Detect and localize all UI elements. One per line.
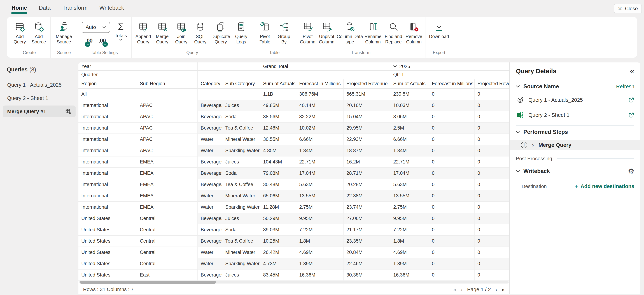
table-cell[interactable]: East [137,270,198,281]
table-cell[interactable]: Beverages [198,236,222,247]
table-cell[interactable]: 5.63M [296,179,344,190]
column-header-projected-revenue[interactable]: Projected Revenue [344,79,390,89]
table-cell[interactable]: 22.38M [344,190,390,202]
table-cell[interactable]: Soda [222,111,260,122]
table-cell[interactable]: 0 [474,100,510,111]
table-cell[interactable]: Beverages [198,179,222,190]
table-cell[interactable]: 1.8M [390,236,429,247]
table-cell[interactable]: APAC [137,134,198,145]
column-header-forecast[interactable]: Forecast in Millions [296,79,344,89]
table-cell[interactable]: 0 [474,168,510,179]
column-data-type-button[interactable]: Column Data type [336,22,363,44]
table-cell[interactable]: 28.71M [344,168,390,179]
open-external-icon[interactable] [628,112,634,118]
year-2025-header-cell[interactable]: 2025 [390,62,510,71]
table-cell[interactable]: 239.5M [390,89,429,100]
pivot-column-button[interactable]: Pivot Column [298,22,317,44]
grand-total-header-cell[interactable]: Grand Total [260,62,390,71]
table-cell[interactable]: 30.55M [260,134,296,145]
table-cell[interactable]: 50.29M [260,213,296,224]
table-cell[interactable]: 0 [429,122,474,134]
table-cell[interactable]: Central [137,213,198,224]
table-row[interactable]: InternationalAPACBeveragesSoda38.56M32.2… [78,111,510,122]
table-cell[interactable]: 0 [474,236,510,247]
table-cell[interactable]: 0 [474,247,510,258]
table-row[interactable]: InternationalAPACBeveragesJuices49.85M40… [78,100,510,111]
table-row[interactable]: InternationalEMEABeveragesTea & Coffee30… [78,179,510,190]
table-cell[interactable]: 39.03M [260,224,296,236]
year-header-cell[interactable]: Year [78,62,137,71]
table-cell[interactable]: 32.22M [296,111,344,122]
table-cell[interactable]: 0 [474,111,510,122]
table-cell[interactable]: 17.04M [390,168,429,179]
writeback-section[interactable]: Writeback ⚙ [516,168,634,175]
table-row[interactable]: United StatesCentralBeveragesJuices50.29… [78,213,510,224]
table-cell[interactable]: Juices [222,270,260,281]
column-header-sub-category[interactable]: Sub Category [222,79,260,89]
table-cell[interactable]: EMEA [137,179,198,190]
table-cell[interactable]: 665.31M [344,89,390,100]
table-cell[interactable]: Beverages [198,111,222,122]
source-item-1[interactable]: Query 1 - Actuals_2025 [516,95,634,105]
table-cell[interactable]: 0 [429,100,474,111]
table-cell[interactable]: 0 [429,156,474,168]
quarter-header-cell[interactable]: Quarter [78,71,137,79]
table-cell[interactable]: United States [78,247,137,258]
find-and-replace-button[interactable]: Find and Replace [383,22,404,44]
tab-data[interactable]: Data [39,5,50,14]
table-cell[interactable]: 20.84M [344,247,390,258]
table-cell[interactable]: 0 [474,156,510,168]
table-cell[interactable]: 1.34M [296,145,344,156]
table-cell[interactable]: 22.46M [344,258,390,270]
table-cell[interactable]: 11.28M [260,202,296,213]
table-cell[interactable]: 7.22M [296,224,344,236]
table-cell[interactable]: EMEA [137,202,198,213]
table-cell[interactable]: 7.22M [390,224,429,236]
table-cell[interactable]: Sparkling Water [222,145,260,156]
column-header-projected-revenue-q1[interactable]: Projected Revenue [474,79,510,89]
table-cell[interactable]: International [78,179,137,190]
table-row[interactable]: All1.1B306.76M665.31M239.5M00 [78,89,510,100]
table-cell[interactable]: 306.76M [296,89,344,100]
table-cell[interactable]: Water [198,145,222,156]
table-cell[interactable]: 4.85M [260,145,296,156]
table-cell[interactable]: Soda [222,168,260,179]
table-row[interactable]: InternationalEMEAWaterSparkling Water11.… [78,202,510,213]
table-cell[interactable]: 40.14M [296,100,344,111]
auto-dropdown[interactable]: Auto [82,22,110,33]
duplicate-query-button[interactable]: Duplicate Query [210,22,231,44]
table-cell[interactable]: 9.95M [390,213,429,224]
add-new-destinations-button[interactable]: + Add new destinations [575,183,634,190]
table-cell[interactable]: Tea & Coffee [222,236,260,247]
table-row[interactable]: InternationalEMEAWaterMineral Water65.06… [78,190,510,202]
table-cell[interactable]: 23.74M [344,202,390,213]
table-row[interactable]: InternationalAPACBeveragesTea & Coffee12… [78,122,510,134]
table-row[interactable]: United StatesCentralBeveragesSoda39.03M7… [78,224,510,236]
merge-query-button[interactable]: Merge Query [153,22,172,44]
table-cell[interactable]: 21.17M [344,224,390,236]
join-query-button[interactable]: Join Query [172,22,190,44]
table-cell[interactable]: 38.56M [260,111,296,122]
rename-column-button[interactable]: Rename Column [364,22,382,44]
table-cell[interactable]: 16.36M [296,270,344,281]
table-cell[interactable]: Beverages [198,168,222,179]
table-cell[interactable]: 26.42M [260,247,296,258]
table-cell[interactable]: 0 [474,89,510,100]
table-cell[interactable]: 0 [429,247,474,258]
table-cell[interactable]: 6.66M [390,134,429,145]
table-cell[interactable]: Mineral Water [222,134,260,145]
table-row[interactable]: InternationalEMEABeveragesJuices104.43M2… [78,156,510,168]
table-cell[interactable]: 0 [429,258,474,270]
table-cell[interactable]: Beverages [198,122,222,134]
column-header-forecast-q1[interactable]: Forecast in Millions [429,79,474,89]
table-cell[interactable]: 0 [474,270,510,281]
pivot-table-button[interactable]: Pivot Table [256,22,274,44]
table-cell[interactable]: APAC [137,122,198,134]
table-cell[interactable]: 10.03M [390,100,429,111]
tab-transform[interactable]: Transform [62,5,88,14]
table-cell[interactable]: 0 [429,111,474,122]
table-cell[interactable]: Juices [222,213,260,224]
decrease-decimal-button[interactable]: .00 ← [85,37,94,47]
add-query-button[interactable]: Add Query [10,22,29,44]
table-cell[interactable]: Soda [222,224,260,236]
